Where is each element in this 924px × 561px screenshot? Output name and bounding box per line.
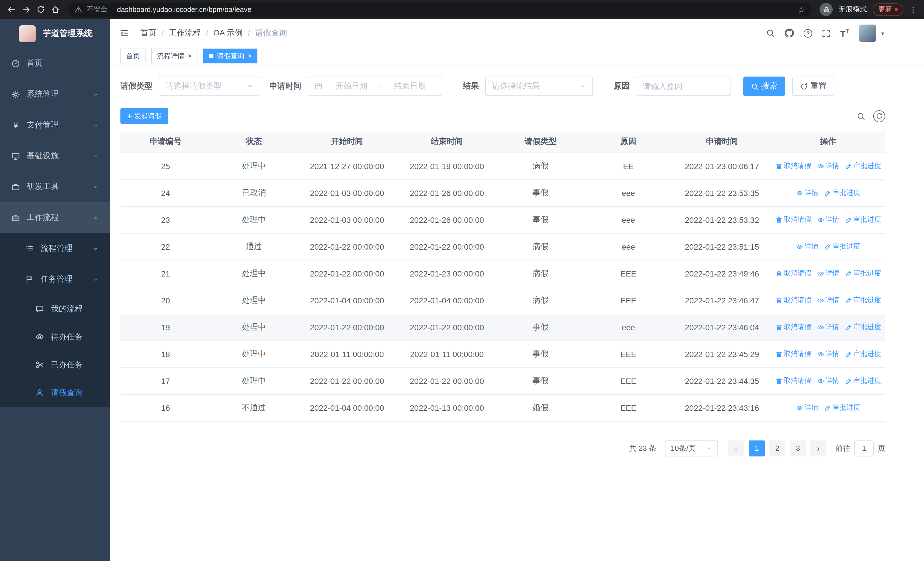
font-size-icon[interactable]: TT (840, 29, 849, 38)
search-button[interactable]: 搜索 (743, 77, 785, 96)
sidebar-menu: 首页系统管理¥支付管理基础设施研发工具工作流程流程管理任务管理我的流程待办任务已… (0, 48, 110, 407)
incognito-label: 无痕模式 (838, 5, 867, 14)
tab-home[interactable]: 首页 (120, 48, 146, 63)
sidebar-item-home[interactable]: 首页 (0, 48, 110, 79)
progress-link[interactable]: 审批进度 (824, 242, 860, 251)
back-icon[interactable] (7, 5, 16, 14)
page-button-3[interactable]: 3 (790, 440, 806, 456)
detail-link[interactable]: 详情 (817, 349, 839, 359)
edit-icon (824, 243, 831, 250)
page-size-select[interactable]: 10条/页 (665, 440, 718, 456)
sidebar-item-leave-query[interactable]: 请假查询 (0, 379, 110, 407)
update-button[interactable]: 更新 (873, 3, 903, 16)
avatar-caret-icon[interactable]: ▾ (881, 30, 884, 36)
progress-link[interactable]: 审批进度 (824, 403, 860, 412)
sidebar-item-todo-task[interactable]: 待办任务 (0, 323, 110, 351)
cancel-link[interactable]: 取消请假 (776, 295, 811, 305)
cancel-link[interactable]: 取消请假 (776, 376, 811, 386)
tab-leave-query[interactable]: 请假查询× (203, 48, 257, 63)
bookmark-star-icon[interactable]: ☆ (798, 5, 805, 14)
sidebar-item-done-task[interactable]: 已办任务 (0, 351, 110, 379)
address-bar[interactable]: 不安全 dashboard.yudao.iocoder.cn/bpm/oa/le… (68, 3, 812, 16)
refresh-icon (800, 83, 808, 90)
close-icon[interactable]: × (248, 53, 252, 59)
sidebar-item-system[interactable]: 系统管理 (0, 79, 110, 110)
cancel-link[interactable]: 取消请假 (776, 215, 811, 224)
tab-process-detail[interactable]: 流程详情× (151, 48, 198, 63)
progress-link[interactable]: 审批进度 (845, 215, 881, 224)
leave-type-select[interactable]: 请选择请假类型 (159, 77, 260, 96)
sidebar-item-devtools[interactable]: 研发工具 (0, 171, 110, 202)
progress-link[interactable]: 审批进度 (845, 295, 881, 305)
avatar[interactable] (859, 24, 876, 42)
progress-link[interactable]: 审批进度 (845, 269, 881, 278)
progress-link[interactable]: 审批进度 (845, 376, 881, 386)
tab-label: 首页 (126, 51, 140, 61)
goto-page-input[interactable] (854, 440, 874, 456)
apply-time-range-picker[interactable]: 开始日期 - 结束日期 (308, 77, 442, 96)
page-button-1[interactable]: 1 (749, 440, 765, 456)
reason-input[interactable] (636, 77, 731, 96)
table-refresh-button[interactable] (873, 110, 885, 122)
column-header: 结束时间 (397, 131, 497, 152)
progress-link[interactable]: 审批进度 (824, 188, 860, 198)
help-icon[interactable]: ? (804, 29, 812, 38)
cancel-link[interactable]: 取消请假 (776, 269, 811, 278)
update-label: 更新 (878, 5, 892, 14)
cell-status: 处理中 (211, 287, 297, 314)
cancel-link[interactable]: 取消请假 (776, 322, 811, 332)
cell-end: 2022-01-19 00:00:00 (397, 152, 497, 179)
screen: 不安全 dashboard.yudao.iocoder.cn/bpm/oa/le… (0, 0, 924, 561)
result-select[interactable]: 请选择流结果 (485, 77, 593, 96)
prev-page-button[interactable]: ‹ (728, 440, 744, 456)
plus-icon: + (127, 112, 132, 120)
create-leave-button[interactable]: + 发起请假 (120, 108, 168, 124)
column-header: 操作 (771, 131, 885, 152)
sidebar-item-payment[interactable]: ¥支付管理 (0, 110, 110, 141)
detail-link[interactable]: 详情 (817, 376, 839, 386)
browser-menu-icon[interactable]: ⋮ (909, 5, 917, 14)
cell-status: 处理中 (211, 260, 297, 287)
sidebar-item-infrastructure[interactable]: 基础设施 (0, 141, 110, 171)
progress-link[interactable]: 审批进度 (845, 349, 881, 359)
reload-icon[interactable] (36, 5, 45, 14)
sidebar-collapse-icon[interactable] (120, 29, 129, 38)
cell-status: 处理中 (211, 367, 297, 394)
close-icon[interactable]: × (188, 53, 192, 59)
cell-applied: 2022-01-22 23:51:15 (673, 233, 771, 260)
breadcrumb-item[interactable]: OA 示例 (213, 28, 243, 38)
detail-link[interactable]: 详情 (817, 295, 839, 305)
reset-button[interactable]: 重置 (792, 77, 834, 96)
fullscreen-icon[interactable] (822, 29, 831, 38)
progress-link[interactable]: 审批进度 (845, 161, 881, 171)
detail-link[interactable]: 详情 (796, 188, 818, 198)
column-header: 申请编号 (120, 131, 211, 152)
search-icon[interactable] (766, 29, 776, 38)
detail-link[interactable]: 详情 (817, 215, 839, 224)
browser-home-icon[interactable] (51, 5, 60, 14)
progress-link[interactable]: 审批进度 (845, 322, 881, 332)
next-page-button[interactable]: › (810, 440, 826, 456)
cancel-link[interactable]: 取消请假 (776, 161, 811, 171)
forward-icon[interactable] (22, 5, 31, 14)
omnibox-divider (112, 5, 112, 14)
chevron-down-icon (579, 83, 586, 90)
detail-link[interactable]: 详情 (817, 269, 839, 278)
sidebar-item-workflow[interactable]: 工作流程 (0, 202, 110, 233)
sidebar-item-my-process[interactable]: 我的流程 (0, 295, 110, 323)
detail-link[interactable]: 详情 (817, 161, 839, 171)
cell-reason: EEE (584, 287, 673, 314)
detail-link[interactable]: 详情 (796, 403, 818, 412)
sidebar-item-task-mgmt[interactable]: 任务管理 (0, 264, 110, 295)
table-search-icon[interactable] (856, 112, 865, 120)
cancel-link[interactable]: 取消请假 (776, 349, 811, 359)
breadcrumb-item[interactable]: 首页 (140, 28, 156, 38)
sidebar-item-process-mgmt[interactable]: 流程管理 (0, 233, 110, 264)
delete-icon (776, 350, 782, 357)
page-button-2[interactable]: 2 (770, 440, 785, 456)
detail-link[interactable]: 详情 (817, 322, 839, 332)
github-icon[interactable] (785, 29, 794, 38)
detail-link[interactable]: 详情 (796, 242, 818, 251)
cell-status: 处理中 (211, 340, 297, 367)
breadcrumb-item[interactable]: 工作流程 (169, 28, 201, 38)
